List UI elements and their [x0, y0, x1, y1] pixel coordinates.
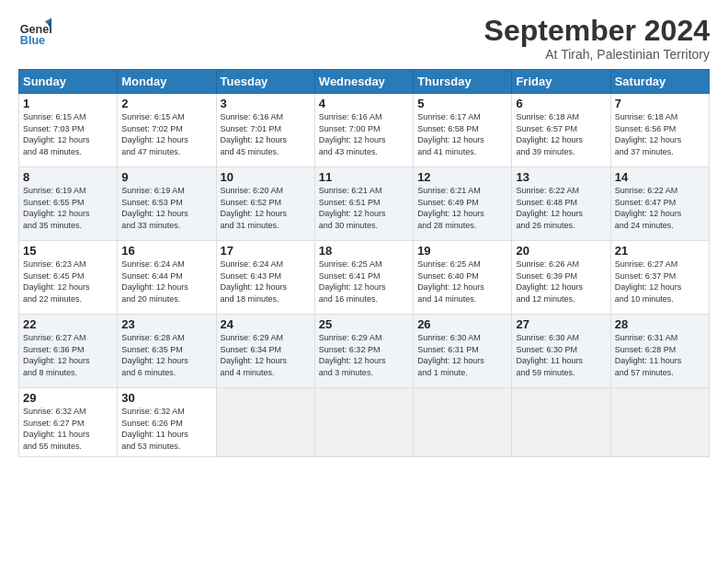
day-info: Sunrise: 6:26 AM Sunset: 6:39 PM Dayligh…	[516, 259, 606, 304]
logo-icon: General Blue	[18, 15, 51, 48]
day-info: Sunrise: 6:22 AM Sunset: 6:48 PM Dayligh…	[516, 185, 606, 231]
header-monday: Monday	[118, 70, 216, 94]
day-number: 5	[417, 97, 507, 110]
calendar-cell: 12Sunrise: 6:21 AM Sunset: 6:49 PM Dayli…	[414, 167, 512, 241]
day-number: 9	[121, 170, 211, 184]
day-number: 19	[417, 244, 507, 258]
day-number: 11	[319, 170, 409, 184]
calendar-cell: 27Sunrise: 6:30 AM Sunset: 6:30 PM Dayli…	[512, 315, 610, 388]
day-number: 28	[615, 317, 705, 331]
calendar-cell: 26Sunrise: 6:30 AM Sunset: 6:31 PM Dayli…	[414, 315, 512, 388]
day-info: Sunrise: 6:28 AM Sunset: 6:35 PM Dayligh…	[121, 332, 211, 378]
calendar-week-row: 22Sunrise: 6:27 AM Sunset: 6:36 PM Dayli…	[19, 315, 710, 388]
calendar-cell: 10Sunrise: 6:20 AM Sunset: 6:52 PM Dayli…	[216, 167, 314, 241]
header-friday: Friday	[512, 70, 610, 94]
calendar-cell: 18Sunrise: 6:25 AM Sunset: 6:41 PM Dayli…	[314, 241, 413, 315]
calendar-cell: 4Sunrise: 6:16 AM Sunset: 7:00 PM Daylig…	[314, 94, 413, 167]
day-info: Sunrise: 6:21 AM Sunset: 6:49 PM Dayligh…	[417, 185, 507, 231]
calendar-cell	[314, 388, 413, 456]
calendar-table: Sunday Monday Tuesday Wednesday Thursday…	[18, 69, 710, 456]
day-info: Sunrise: 6:18 AM Sunset: 6:57 PM Dayligh…	[516, 111, 606, 157]
day-number: 8	[23, 170, 113, 184]
day-number: 4	[319, 97, 409, 110]
day-info: Sunrise: 6:31 AM Sunset: 6:28 PM Dayligh…	[615, 332, 705, 378]
day-number: 23	[121, 317, 211, 331]
day-info: Sunrise: 6:19 AM Sunset: 6:53 PM Dayligh…	[121, 185, 211, 231]
calendar-cell: 2Sunrise: 6:15 AM Sunset: 7:02 PM Daylig…	[118, 94, 216, 167]
calendar-cell: 17Sunrise: 6:24 AM Sunset: 6:43 PM Dayli…	[216, 241, 314, 315]
calendar-cell	[414, 388, 512, 456]
header-tuesday: Tuesday	[216, 70, 314, 94]
day-number: 26	[417, 317, 507, 331]
day-number: 7	[615, 97, 705, 110]
calendar-cell	[610, 388, 709, 456]
calendar-cell: 15Sunrise: 6:23 AM Sunset: 6:45 PM Dayli…	[19, 241, 118, 315]
calendar-cell: 5Sunrise: 6:17 AM Sunset: 6:58 PM Daylig…	[414, 94, 512, 167]
day-info: Sunrise: 6:16 AM Sunset: 7:00 PM Dayligh…	[319, 111, 409, 157]
title-block: September 2024 At Tirah, Palestinian Ter…	[484, 15, 710, 62]
calendar-header-row: Sunday Monday Tuesday Wednesday Thursday…	[19, 70, 710, 94]
calendar-cell: 23Sunrise: 6:28 AM Sunset: 6:35 PM Dayli…	[118, 315, 216, 388]
svg-text:Blue: Blue	[20, 34, 45, 47]
header-thursday: Thursday	[414, 70, 512, 94]
day-info: Sunrise: 6:30 AM Sunset: 6:31 PM Dayligh…	[417, 332, 507, 378]
day-info: Sunrise: 6:15 AM Sunset: 7:02 PM Dayligh…	[121, 111, 211, 157]
day-info: Sunrise: 6:23 AM Sunset: 6:45 PM Dayligh…	[23, 259, 113, 304]
day-number: 6	[516, 97, 606, 110]
day-number: 25	[319, 317, 409, 331]
header-wednesday: Wednesday	[314, 70, 413, 94]
header-saturday: Saturday	[610, 70, 709, 94]
day-info: Sunrise: 6:32 AM Sunset: 6:27 PM Dayligh…	[23, 406, 113, 452]
day-number: 20	[516, 244, 606, 258]
calendar-week-row: 1Sunrise: 6:15 AM Sunset: 7:03 PM Daylig…	[19, 94, 710, 167]
day-info: Sunrise: 6:17 AM Sunset: 6:58 PM Dayligh…	[417, 111, 507, 157]
day-number: 3	[221, 97, 311, 110]
header: General Blue September 2024 At Tirah, Pa…	[18, 15, 710, 62]
calendar-cell: 14Sunrise: 6:22 AM Sunset: 6:47 PM Dayli…	[610, 167, 709, 241]
day-number: 24	[221, 317, 311, 331]
day-number: 27	[516, 317, 606, 331]
calendar-cell: 24Sunrise: 6:29 AM Sunset: 6:34 PM Dayli…	[216, 315, 314, 388]
calendar-cell: 1Sunrise: 6:15 AM Sunset: 7:03 PM Daylig…	[19, 94, 118, 167]
calendar-cell	[216, 388, 314, 456]
day-info: Sunrise: 6:27 AM Sunset: 6:36 PM Dayligh…	[23, 332, 113, 378]
calendar-cell: 13Sunrise: 6:22 AM Sunset: 6:48 PM Dayli…	[512, 167, 610, 241]
calendar-cell: 25Sunrise: 6:29 AM Sunset: 6:32 PM Dayli…	[314, 315, 413, 388]
day-number: 21	[615, 244, 705, 258]
day-number: 18	[319, 244, 409, 258]
day-number: 16	[121, 244, 211, 258]
day-number: 14	[615, 170, 705, 184]
day-info: Sunrise: 6:22 AM Sunset: 6:47 PM Dayligh…	[615, 185, 705, 231]
day-info: Sunrise: 6:18 AM Sunset: 6:56 PM Dayligh…	[615, 111, 705, 157]
day-info: Sunrise: 6:29 AM Sunset: 6:34 PM Dayligh…	[221, 332, 311, 378]
day-info: Sunrise: 6:25 AM Sunset: 6:40 PM Dayligh…	[417, 259, 507, 304]
calendar-week-row: 15Sunrise: 6:23 AM Sunset: 6:45 PM Dayli…	[19, 241, 710, 315]
day-number: 2	[121, 97, 211, 110]
day-info: Sunrise: 6:15 AM Sunset: 7:03 PM Dayligh…	[23, 111, 113, 157]
day-info: Sunrise: 6:25 AM Sunset: 6:41 PM Dayligh…	[319, 259, 409, 304]
page: General Blue September 2024 At Tirah, Pa…	[0, 0, 728, 563]
calendar-cell: 8Sunrise: 6:19 AM Sunset: 6:55 PM Daylig…	[19, 167, 118, 241]
day-info: Sunrise: 6:24 AM Sunset: 6:44 PM Dayligh…	[121, 259, 211, 304]
header-sunday: Sunday	[19, 70, 118, 94]
day-info: Sunrise: 6:20 AM Sunset: 6:52 PM Dayligh…	[221, 185, 311, 231]
calendar-cell: 19Sunrise: 6:25 AM Sunset: 6:40 PM Dayli…	[414, 241, 512, 315]
calendar-cell: 30Sunrise: 6:32 AM Sunset: 6:26 PM Dayli…	[118, 388, 216, 456]
calendar-cell: 29Sunrise: 6:32 AM Sunset: 6:27 PM Dayli…	[19, 388, 118, 456]
calendar-cell: 16Sunrise: 6:24 AM Sunset: 6:44 PM Dayli…	[118, 241, 216, 315]
calendar-cell: 11Sunrise: 6:21 AM Sunset: 6:51 PM Dayli…	[314, 167, 413, 241]
month-title: September 2024	[484, 15, 710, 47]
calendar-cell: 6Sunrise: 6:18 AM Sunset: 6:57 PM Daylig…	[512, 94, 610, 167]
logo: General Blue	[18, 15, 51, 48]
day-number: 10	[221, 170, 311, 184]
calendar-week-row: 8Sunrise: 6:19 AM Sunset: 6:55 PM Daylig…	[19, 167, 710, 241]
day-info: Sunrise: 6:27 AM Sunset: 6:37 PM Dayligh…	[615, 259, 705, 304]
day-info: Sunrise: 6:30 AM Sunset: 6:30 PM Dayligh…	[516, 332, 606, 378]
subtitle: At Tirah, Palestinian Territory	[484, 47, 710, 62]
calendar-week-row: 29Sunrise: 6:32 AM Sunset: 6:27 PM Dayli…	[19, 388, 710, 456]
calendar-cell: 3Sunrise: 6:16 AM Sunset: 7:01 PM Daylig…	[216, 94, 314, 167]
day-number: 29	[23, 391, 113, 405]
calendar-cell: 21Sunrise: 6:27 AM Sunset: 6:37 PM Dayli…	[610, 241, 709, 315]
day-info: Sunrise: 6:32 AM Sunset: 6:26 PM Dayligh…	[121, 406, 211, 452]
day-info: Sunrise: 6:16 AM Sunset: 7:01 PM Dayligh…	[221, 111, 311, 157]
